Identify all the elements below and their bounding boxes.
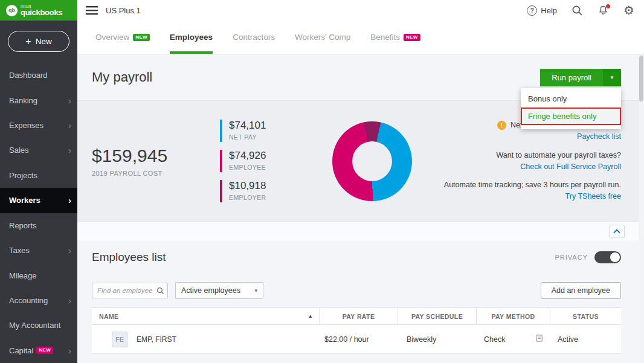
chevron-right-icon: › — [68, 346, 71, 355]
chevron-up-icon — [613, 229, 620, 234]
payroll-donut-chart — [332, 121, 412, 201]
cell-pay-method: Check — [476, 335, 550, 344]
sidebar-item-accounting[interactable]: Accounting › — [0, 288, 77, 313]
automate-taxes-text: Want to automate your payroll taxes? — [496, 150, 621, 161]
cell-status: Active — [550, 335, 621, 344]
tab-employees[interactable]: Employees — [170, 21, 213, 54]
new-badge: NEW — [36, 347, 53, 354]
employees-list-title: Employees list — [92, 251, 166, 264]
chevron-right-icon: › — [68, 246, 71, 255]
scrollbar-thumb[interactable] — [639, 56, 643, 101]
chevron-right-icon: › — [68, 296, 71, 305]
chevron-right-icon: › — [68, 196, 71, 205]
search-icon[interactable] — [572, 5, 583, 16]
sidebar-item-dashboard[interactable]: Dashboard — [0, 63, 77, 88]
payroll-total-label: 2019 PAYROLL COST — [92, 170, 220, 177]
plus-icon: + — [25, 37, 31, 47]
sidebar-item-mileage[interactable]: Mileage — [0, 263, 77, 288]
payroll-total-value: $159,945 — [92, 146, 220, 166]
tab-contractors[interactable]: Contractors — [233, 21, 275, 54]
sidebar-item-my-accountant[interactable]: My Accountant — [0, 313, 77, 338]
menu-item-bonus-only[interactable]: Bonus only — [521, 90, 621, 108]
tab-overview[interactable]: Overview NEW — [95, 21, 150, 54]
sidebar-item-sales[interactable]: Sales › — [0, 138, 77, 162]
stat-bar — [220, 120, 222, 142]
search-icon — [156, 286, 164, 297]
table-row[interactable]: FE EMP, FIRST $22.00 / hour Biweekly Che… — [92, 325, 621, 354]
new-badge: NEW — [133, 34, 150, 41]
sidebar-item-taxes[interactable]: Taxes › — [0, 238, 77, 263]
stat-employer: $10,918 EMPLOYER — [220, 180, 324, 202]
vertical-scrollbar[interactable] — [639, 54, 644, 363]
notifications-bell-icon[interactable] — [597, 5, 609, 16]
sidebar: qb intuit quickbooks + New Dashboard Ban… — [0, 0, 77, 363]
employee-avatar: FE — [112, 332, 127, 347]
run-payroll-split-button: Run payroll ▼ — [540, 69, 621, 86]
sidebar-nav: Dashboard Banking › Expenses › Sales › P… — [0, 63, 77, 363]
sidebar-item-workers[interactable]: Workers › — [0, 188, 77, 213]
sidebar-item-capital[interactable]: Capital NEW › — [0, 338, 77, 363]
company-name: US Plus 1 — [106, 6, 141, 15]
sort-asc-icon[interactable]: ▲ — [308, 313, 313, 319]
privacy-control: PRIVACY — [555, 251, 621, 263]
collapse-panel-button[interactable] — [609, 225, 625, 237]
column-header-name[interactable]: NAME ▲ — [92, 308, 319, 324]
employees-section: Employees list PRIVACY Active emplo — [77, 240, 644, 354]
qb-logo-icon: qb — [6, 5, 18, 16]
tsheets-free-link[interactable]: Try TSheets free — [565, 191, 621, 202]
table-header-row: NAME ▲ PAY RATE PAY SCHEDULE PAY METHOD … — [92, 308, 621, 325]
topbar: US Plus 1 ? Help ⚙ — [77, 0, 644, 21]
payroll-stat-list: $74,101 NET PAY $74,926 EMPLOYEE — [220, 120, 324, 202]
new-button-area: + New — [0, 21, 77, 63]
employee-name-link[interactable]: EMP, FIRST — [137, 335, 176, 344]
add-employee-button[interactable]: Add an employee — [541, 282, 621, 299]
settings-gear-icon[interactable]: ⚙ — [623, 4, 634, 16]
payroll-notices: ! Next payroll due Thursday, 12/19 Paych… — [412, 120, 621, 202]
toggle-knob — [610, 252, 620, 262]
paycheck-list-link[interactable]: Paycheck list — [577, 131, 621, 143]
payroll-total: $159,945 2019 PAYROLL COST — [92, 146, 220, 177]
chevron-right-icon: › — [68, 146, 71, 155]
select-caret-icon: ▾ — [254, 288, 257, 294]
chevron-right-icon: › — [68, 96, 71, 105]
sidebar-item-expenses[interactable]: Expenses › — [0, 113, 77, 138]
stat-bar — [220, 180, 222, 202]
cell-pay-schedule: Biweekly — [398, 335, 476, 344]
privacy-toggle[interactable] — [594, 251, 621, 263]
column-header-pay-method[interactable]: PAY METHOD — [476, 308, 550, 324]
help-icon: ? — [527, 5, 537, 16]
quickbooks-logo[interactable]: qb intuit quickbooks — [0, 0, 77, 21]
tab-workers-comp[interactable]: Workers' Comp — [295, 21, 350, 54]
column-header-pay-schedule[interactable]: PAY SCHEDULE — [398, 308, 476, 324]
tab-benefits[interactable]: Benefits NEW — [370, 21, 420, 54]
column-header-pay-rate[interactable]: PAY RATE — [319, 308, 398, 324]
column-header-status[interactable]: STATUS — [550, 308, 621, 324]
document-icon[interactable] — [536, 335, 543, 344]
privacy-label: PRIVACY — [555, 254, 588, 261]
hamburger-menu-icon[interactable] — [86, 6, 98, 15]
stat-bar — [220, 150, 222, 172]
chevron-right-icon: › — [68, 121, 71, 130]
menu-item-fringe-benefits-only[interactable]: Fringe benefits only — [521, 108, 621, 125]
content-area: My payroll Run payroll ▼ Bonus only Frin… — [77, 54, 644, 363]
payroll-header: My payroll Run payroll ▼ Bonus only Frin… — [77, 54, 644, 100]
main-area: US Plus 1 ? Help ⚙ — [77, 0, 644, 363]
help-button[interactable]: ? Help — [527, 5, 557, 16]
cell-pay-rate: $22.00 / hour — [319, 335, 398, 344]
stat-employee: $74,926 EMPLOYEE — [220, 150, 324, 172]
collapse-strip — [77, 221, 644, 240]
new-button[interactable]: + New — [8, 31, 69, 52]
logo-text: intuit quickbooks — [21, 4, 62, 17]
employee-status-filter[interactable]: Active employees ▾ — [175, 282, 263, 299]
sidebar-item-banking[interactable]: Banking › — [0, 88, 77, 112]
full-service-payroll-link[interactable]: Check out Full Service Payroll — [520, 161, 621, 173]
sidebar-item-projects[interactable]: Projects — [0, 163, 77, 188]
workers-tabs: Overview NEW Employees Contractors Worke… — [77, 21, 644, 54]
sidebar-item-reports[interactable]: Reports — [0, 213, 77, 238]
app-window: qb intuit quickbooks + New Dashboard Ban… — [0, 0, 644, 363]
employees-table: NAME ▲ PAY RATE PAY SCHEDULE PAY METHOD … — [92, 307, 621, 354]
run-payroll-button[interactable]: Run payroll — [540, 69, 603, 86]
run-payroll-dropdown-button[interactable]: ▼ — [603, 69, 621, 86]
warning-icon: ! — [497, 121, 506, 130]
employees-controls: Active employees ▾ Add an employee — [92, 282, 621, 299]
